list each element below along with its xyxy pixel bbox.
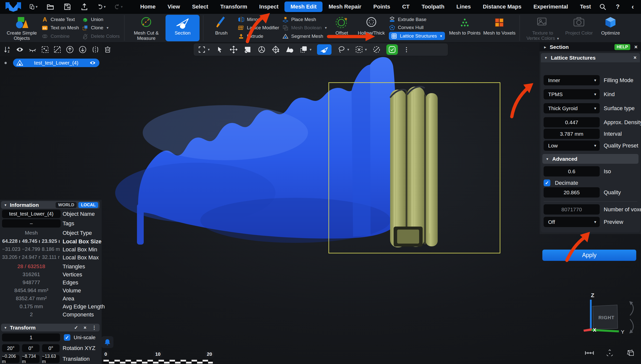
tab-view[interactable]: View <box>162 2 186 12</box>
transform-menu-icon[interactable]: ⋮ <box>92 325 97 330</box>
texture-to-vertex-colors-button[interactable]: Texture to Vertex Colors ▾ <box>523 14 562 42</box>
move-down-icon[interactable] <box>79 46 87 54</box>
redo-icon[interactable]: ▾ <box>114 3 123 11</box>
tab-lines[interactable]: Lines <box>450 2 477 12</box>
interval-input[interactable]: 3.787 mm <box>544 129 600 139</box>
help-badge[interactable]: HELP <box>614 44 630 50</box>
tab-points[interactable]: Points <box>367 2 396 12</box>
delete-colors-button[interactable]: Delete Colors <box>82 32 120 40</box>
export-icon[interactable] <box>80 3 89 11</box>
notifications-button[interactable] <box>101 336 113 348</box>
extrude-base-button[interactable]: Extrude Base <box>389 16 445 23</box>
tags-input[interactable]: – <box>2 219 61 228</box>
preview-dropdown[interactable]: Off ▾ <box>544 217 600 227</box>
cursor-select-icon[interactable] <box>215 45 224 54</box>
lattice-modifier-button[interactable]: Lattice Modifier <box>238 24 279 32</box>
tab-distance-maps[interactable]: Distance Maps <box>477 2 527 12</box>
convex-hull-button[interactable]: Convex Hull <box>389 24 445 32</box>
advanced-section-header[interactable]: ▾ Advanced <box>542 154 638 164</box>
iso-input[interactable]: 0.6 <box>544 166 600 176</box>
rotation-z-input[interactable]: 0° <box>42 344 60 352</box>
perspective-cube-icon[interactable] <box>625 348 634 357</box>
navigation-cube[interactable]: Z RIGHT X Y <box>581 292 638 335</box>
help-icon[interactable]: ? <box>613 3 622 11</box>
hollow-thick-button[interactable]: Hollow/Thick <box>355 14 387 42</box>
information-panel-header[interactable]: ▾ Information WORLD LOCAL <box>1 201 100 209</box>
tab-test[interactable]: Test <box>574 2 597 12</box>
translation-x-input[interactable]: −0.206 m <box>2 355 20 363</box>
delete-icon[interactable] <box>104 46 111 54</box>
quality-input[interactable]: 20.865 <box>544 187 600 198</box>
scale-input[interactable]: 1 <box>2 333 60 341</box>
quality-preset-dropdown[interactable]: Low ▾ <box>544 140 600 151</box>
filling-mode-dropdown[interactable]: Inner ▾ <box>544 75 600 85</box>
orbit-target-icon[interactable] <box>605 349 614 357</box>
scale-bar-icon[interactable] <box>585 350 594 356</box>
tab-mesh-edit[interactable]: Mesh Edit <box>284 2 323 12</box>
rotate-view-arrows[interactable] <box>629 301 633 333</box>
transform-panel-header[interactable]: ▾ Transform ✓ × ⋮ <box>1 324 100 331</box>
segment-mesh-button[interactable]: Segment Mesh <box>282 32 327 40</box>
tab-mesh-repair[interactable]: Mesh Repair <box>323 2 367 12</box>
world-toggle[interactable]: WORLD <box>56 202 77 208</box>
create-text-button[interactable]: A Create Text <box>42 16 79 23</box>
flip-icon[interactable] <box>91 46 99 54</box>
object-name-input[interactable]: test_test_Lower_(4) <box>2 210 61 218</box>
chevron-right-icon[interactable]: ▸ <box>544 45 546 50</box>
hide-all-eye-closed-icon[interactable] <box>29 46 37 54</box>
save-icon[interactable] <box>63 3 72 11</box>
optimize-button[interactable]: Optimize <box>595 14 625 42</box>
mesh-to-points-button[interactable]: Mesh to Points <box>447 14 482 42</box>
cancel-transform-icon[interactable]: × <box>84 325 86 330</box>
number-of-voxels-input[interactable]: 8071770 <box>544 204 600 215</box>
move-icon[interactable] <box>229 45 238 54</box>
offset-button[interactable]: Offset <box>328 14 355 42</box>
mirror-button[interactable]: Mirror <box>238 16 279 23</box>
chevron-down-icon[interactable]: ▾ <box>365 47 367 52</box>
deselect-all-icon[interactable] <box>54 46 61 54</box>
open-file-icon[interactable] <box>46 3 55 11</box>
rotation-y-input[interactable]: 0° <box>22 344 40 352</box>
local-toggle[interactable]: LOCAL <box>78 202 98 208</box>
project-color-button[interactable]: Project Color <box>562 14 595 42</box>
search-icon[interactable] <box>598 3 607 11</box>
undo-icon[interactable]: ▾ <box>97 3 106 11</box>
primitives-icon[interactable] <box>285 45 294 54</box>
mesh-cut-measure-button[interactable]: Mesh Cut & Measure <box>127 14 165 42</box>
more-options-icon[interactable]: ⋮ <box>403 46 409 53</box>
chevron-down-icon[interactable]: ▾ <box>208 47 210 52</box>
apply-button[interactable]: Apply <box>542 250 636 261</box>
fit-view-icon[interactable] <box>198 45 206 54</box>
section-button[interactable]: Section <box>166 15 200 41</box>
mesh-boolean-button[interactable]: Mesh Boolean ▾ <box>282 24 327 32</box>
tab-ct[interactable]: CT <box>396 2 415 12</box>
select-all-icon[interactable] <box>41 46 49 54</box>
orbit-icon[interactable] <box>257 45 266 54</box>
new-file-icon[interactable]: ▾ <box>29 3 38 11</box>
lattice-add-icon[interactable] <box>271 45 280 54</box>
accept-button[interactable] <box>386 44 398 55</box>
create-simple-objects-button[interactable]: Create Simple Objects <box>4 14 40 42</box>
close-icon[interactable]: × <box>633 55 636 61</box>
section-plane-tool-active[interactable] <box>317 44 332 55</box>
tab-home[interactable]: Home <box>134 2 162 12</box>
translation-z-input[interactable]: −13.63 m <box>42 355 60 363</box>
panel-header[interactable]: ▾ Lattice Structures × <box>541 53 640 62</box>
brush-disabled-icon[interactable] <box>372 45 381 54</box>
place-mesh-button[interactable]: Place Mesh <box>282 16 327 23</box>
duplicate-icon[interactable] <box>299 45 308 54</box>
snapshot-settings-icon[interactable] <box>243 45 252 54</box>
chevron-down-icon[interactable]: ▾ <box>347 47 349 52</box>
sort-az-icon[interactable]: AZ <box>4 46 11 54</box>
tab-transform[interactable]: Transform <box>214 2 253 12</box>
combine-button[interactable]: Combine <box>42 32 79 40</box>
kind-dropdown[interactable]: TPMS ▾ <box>544 89 600 99</box>
translation-y-input[interactable]: −8.734 m <box>22 355 40 363</box>
brush-button[interactable]: Brush <box>206 14 236 42</box>
confirm-transform-icon[interactable]: ✓ <box>74 325 78 330</box>
move-up-icon[interactable] <box>66 46 74 54</box>
extrude-button[interactable]: Extrude <box>238 32 279 40</box>
rotation-x-input[interactable]: 20° <box>2 344 20 352</box>
collapse-panel-icon[interactable]: ‹ <box>628 3 637 11</box>
tab-select[interactable]: Select <box>186 2 214 12</box>
